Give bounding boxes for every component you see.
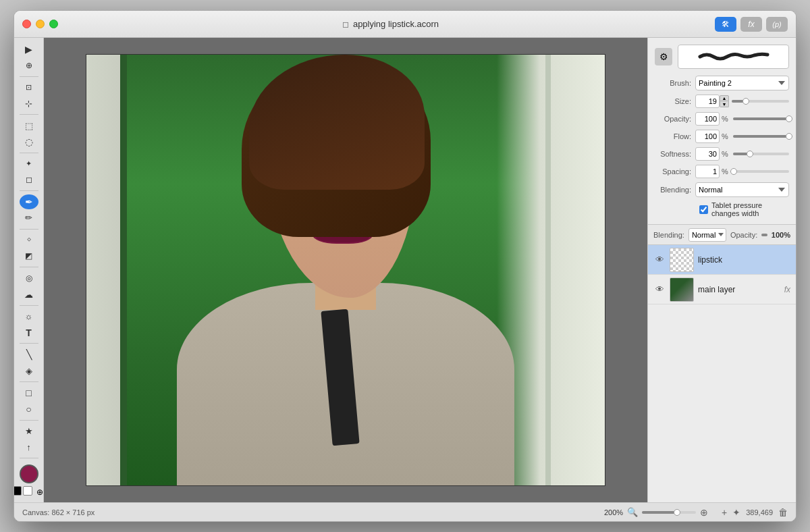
softness-slider[interactable] (733, 153, 789, 155)
layer-thumb-lipstick (670, 248, 694, 272)
canvas-container (44, 38, 647, 502)
spacing-slider[interactable] (733, 170, 789, 173)
photo-window-divider (545, 55, 551, 485)
status-right: + ✦ 389,469 🗑 (722, 507, 788, 518)
color-picker-area: ⊕ (14, 464, 46, 498)
tool-separator-7 (20, 305, 38, 306)
rect-select-tool[interactable]: ⬚ (18, 118, 40, 133)
opacity-slider[interactable] (733, 117, 789, 120)
gear-icon: ⚙ (659, 51, 668, 62)
lasso-tool[interactable]: ◌ (18, 134, 40, 149)
layers-opacity-slider[interactable] (761, 234, 767, 236)
layer-name-main: main layer (698, 285, 780, 294)
star-tool[interactable]: ★ (18, 423, 40, 438)
tool-separator-3 (20, 153, 38, 153)
gear-button[interactable]: ⚙ (655, 48, 672, 65)
tool-separator-2 (20, 114, 38, 115)
ellipse-tool[interactable]: ○ (18, 402, 40, 417)
spacing-unit: % (722, 167, 728, 176)
p-button[interactable]: (p) (766, 17, 788, 32)
crop-tool[interactable]: ⊡ (18, 80, 40, 95)
zoom-out-icon[interactable]: 🔍 (627, 507, 638, 517)
brush-tool[interactable]: ✒ (20, 194, 38, 209)
zoom-slider[interactable] (642, 511, 696, 514)
toolbar: ▶ ⊕ ⊡ ⊹ ⬚ ◌ ✦ ◻ ✒ ✏ ⬦ ◩ ◎ ☁ ☼ T ╲ ◈ (14, 38, 44, 502)
size-input[interactable]: 19 (695, 95, 720, 108)
fill-tool[interactable]: ⬦ (18, 233, 40, 248)
flow-slider[interactable] (733, 135, 789, 138)
layer-visibility-lipstick[interactable]: 👁 (653, 254, 666, 266)
canvas-info: Canvas: 862 × 716 px (22, 508, 604, 516)
canvas-image[interactable] (86, 54, 605, 486)
rect-tool[interactable]: □ (18, 385, 40, 400)
photo-window-left-border (120, 55, 127, 485)
softness-unit: % (722, 150, 728, 158)
flow-input[interactable]: 100 (695, 130, 720, 143)
tablet-checkbox[interactable] (699, 205, 708, 214)
traffic-lights (22, 20, 58, 28)
window-title: applying lipstick.acorn (353, 19, 439, 29)
zoom-in-icon[interactable]: ⊕ (700, 507, 708, 518)
brush-panel: ⚙ Brush: Painting 2 (648, 38, 796, 225)
softness-input[interactable]: 30 (695, 147, 720, 161)
clone-tool[interactable]: ◎ (18, 271, 40, 286)
layer-visibility-main[interactable]: 👁 (653, 284, 666, 296)
opacity-unit: % (722, 115, 728, 123)
bezier-tool[interactable]: ◈ (18, 363, 40, 378)
layers-opacity-value: 100% (772, 231, 790, 239)
layer-fx-main[interactable]: fx (784, 285, 790, 294)
magic-wand-tool[interactable]: ✦ (18, 157, 40, 171)
brush-row: Brush: Painting 2 (655, 76, 789, 90)
add-layer-button[interactable]: + (722, 507, 727, 518)
close-button[interactable] (22, 20, 31, 28)
move-layer-button[interactable]: ✦ (732, 507, 740, 518)
black-swatch[interactable] (14, 486, 22, 496)
dodge-tool[interactable]: ☼ (18, 309, 40, 324)
fx-button[interactable]: fx (740, 17, 762, 32)
zoom-tool[interactable]: ⊕ (18, 58, 40, 73)
tablet-label[interactable]: Tablet pressure changes width (711, 201, 789, 217)
blending-label: Blending: (655, 186, 695, 194)
transform-tool[interactable]: ⊹ (18, 96, 40, 111)
foreground-color[interactable] (20, 464, 38, 483)
zoom-slider-fill (642, 511, 677, 514)
zoom-value: 200% (604, 508, 623, 516)
zoom-controls: 200% 🔍 ⊕ (604, 507, 708, 518)
size-slider-thumb (742, 98, 749, 105)
opacity-label: Opacity: (655, 115, 695, 123)
size-slider[interactable] (732, 100, 789, 103)
select-tool[interactable]: ▶ (18, 42, 40, 57)
white-swatch[interactable] (23, 486, 32, 496)
flow-label: Flow: (655, 132, 695, 140)
size-row: Size: 19 ▲ ▼ (655, 95, 789, 108)
eraser-tool[interactable]: ◻ (18, 172, 40, 187)
line-tool[interactable]: ╲ (18, 347, 40, 362)
arrow-tool[interactable]: ↑ (18, 440, 40, 454)
layers-blending-select[interactable]: Normal (688, 228, 726, 242)
status-bar: Canvas: 862 × 716 px 200% 🔍 ⊕ + ✦ 389,46… (14, 502, 796, 521)
app-window: ◻ applying lipstick.acorn 🛠 fx (p) ▶ ⊕ ⊡… (14, 10, 796, 522)
size-stepper[interactable]: ▲ ▼ (720, 95, 729, 107)
minimize-button[interactable] (36, 20, 45, 28)
size-up[interactable]: ▲ (720, 95, 729, 101)
tool-separator-6 (20, 267, 38, 267)
tool-separator-10 (20, 420, 38, 421)
maximize-button[interactable] (49, 20, 58, 28)
layer-name-lipstick: lipstick (698, 255, 790, 265)
text-tool[interactable]: T (18, 325, 40, 340)
delete-layer-button[interactable]: 🗑 (778, 507, 788, 518)
tools-button[interactable]: 🛠 (715, 17, 736, 32)
brush-select[interactable]: Painting 2 (695, 76, 789, 90)
opacity-input[interactable]: 100 (695, 112, 720, 126)
pen-tool[interactable]: ✏ (18, 211, 40, 225)
blending-select[interactable]: Normal Multiply Screen (695, 182, 789, 197)
opacity-row: Opacity: 100 % (655, 112, 789, 126)
layers-list: 👁 lipstick 👁 main layer fx (648, 245, 796, 502)
spacing-input[interactable]: 1 (695, 165, 720, 178)
layer-item-main[interactable]: 👁 main layer fx (648, 275, 796, 304)
size-down[interactable]: ▼ (720, 101, 729, 107)
fill-alt-tool[interactable]: ◩ (18, 249, 40, 264)
layer-item-lipstick[interactable]: 👁 lipstick (648, 245, 796, 275)
blur-tool[interactable]: ☁ (18, 287, 40, 302)
coordinates: 389,469 (746, 508, 773, 516)
